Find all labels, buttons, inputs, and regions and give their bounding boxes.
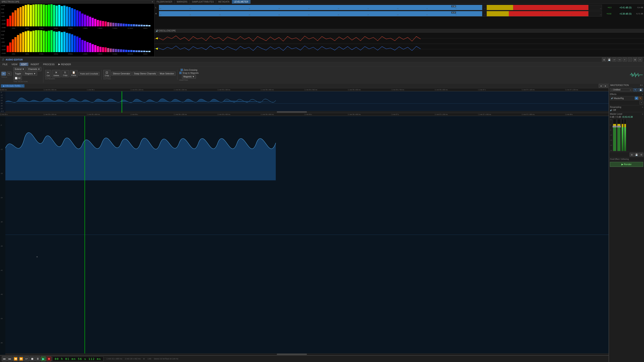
copy-btn[interactable]: ⎘ Copy xyxy=(61,70,69,77)
preset-selector[interactable]: ◁ Untitled ▷ xyxy=(610,88,633,92)
zoom-out-icon[interactable]: - xyxy=(628,58,632,61)
svg-rect-71 xyxy=(45,31,48,52)
magnets-btn[interactable]: Magnets▼ xyxy=(182,75,196,79)
menu-file[interactable]: FILE xyxy=(1,63,9,66)
regions-btn[interactable]: Regions▼ xyxy=(24,72,37,76)
svg-rect-77 xyxy=(61,32,63,52)
transport-record[interactable]: ⏺ xyxy=(46,356,52,361)
svg-rect-83 xyxy=(76,36,78,52)
l-label: L xyxy=(155,6,158,8)
svg-rect-67 xyxy=(35,30,37,52)
transport-play[interactable]: ▶ xyxy=(41,356,46,361)
master-close[interactable]: × xyxy=(642,84,643,86)
transport-start[interactable]: ⏮ xyxy=(2,356,7,361)
add-effect-btn[interactable]: + xyxy=(640,101,643,104)
delete-btn[interactable]: ✕ Delete xyxy=(52,70,60,77)
svg-rect-100 xyxy=(120,49,122,52)
tab-levelmeter[interactable]: LEVELMETER xyxy=(232,0,251,4)
oscilloscope-svg xyxy=(154,32,644,55)
tool-edit-btn[interactable]: ✏ xyxy=(1,72,6,76)
menu-insert[interactable]: INSERT xyxy=(29,63,41,66)
swap-stereo-btn[interactable]: Swap Stereo Channels xyxy=(132,72,157,76)
menu-process[interactable]: PROCESS xyxy=(42,63,56,66)
fader-handle-r[interactable] xyxy=(617,126,621,127)
fader-l[interactable] xyxy=(613,119,616,151)
master-icon2[interactable]: 💾 xyxy=(634,153,639,157)
save-icon[interactable]: 💾 xyxy=(607,58,612,61)
mute-sel-btn[interactable]: Mute Selection xyxy=(158,72,176,76)
menu-edit[interactable]: EDIT xyxy=(20,63,28,66)
tools-label: TOOLS xyxy=(1,76,7,78)
paste-crossfade-btn[interactable]: Paste and Crossfade xyxy=(78,72,100,76)
waveform-svg-1 xyxy=(5,91,608,113)
all-btn[interactable]: ⬜ All xyxy=(13,76,22,80)
waveform-svg-2 xyxy=(5,116,608,354)
scrollbar-track2[interactable] xyxy=(5,354,608,355)
playhead-2 xyxy=(84,116,85,354)
menu-view[interactable]: VIEW xyxy=(10,63,19,66)
zero-crossing-cb[interactable]: ✓ Zero-Crossing xyxy=(180,69,197,71)
scrollbar-thumb-1[interactable] xyxy=(277,111,307,113)
svg-rect-96 xyxy=(110,48,112,52)
effect-on-btn[interactable]: ◉ xyxy=(635,97,638,100)
spectroscope-title-label: SPECTROSCOPE xyxy=(2,1,19,3)
scrollbar-track1[interactable] xyxy=(5,111,608,113)
scrollbar-thumb-2[interactable] xyxy=(277,354,307,355)
svg-rect-68 xyxy=(38,30,40,52)
paste-btn[interactable]: 📋 Paste xyxy=(70,70,78,77)
svg-rect-48 xyxy=(130,24,132,26)
transport-rewind[interactable]: ⏪ xyxy=(13,356,18,361)
crop-btn[interactable]: ⊡ Crop xyxy=(103,70,110,77)
snap-magnets-cb[interactable]: ✓ Snap to Magnets xyxy=(179,72,199,74)
svg-rect-34 xyxy=(94,19,96,26)
effect-edit-btn[interactable]: ✎ xyxy=(639,97,642,100)
preset-save-btn[interactable]: 💾 xyxy=(638,88,643,92)
extend-btn[interactable]: Extend▼ xyxy=(13,67,26,71)
svg-rect-52 xyxy=(140,25,143,26)
spectroscope-close[interactable]: × xyxy=(152,1,153,3)
tab-metadata[interactable]: METADATA xyxy=(216,0,232,4)
cut-btn[interactable]: ✂ Cut xyxy=(45,70,51,77)
spec-db-labels-top: 12dB 6dB 0dB -6dB -12dB -18dB -24dB xyxy=(1,4,6,29)
svg-rect-78 xyxy=(63,32,66,52)
fader-handle-l[interactable] xyxy=(613,126,616,127)
svg-rect-69 xyxy=(40,30,42,52)
fader-r[interactable] xyxy=(617,119,620,151)
svg-rect-28 xyxy=(79,11,81,26)
channels-btn[interactable]: Channels▼ xyxy=(26,67,42,71)
transport-loop[interactable]: ↩ xyxy=(24,356,29,361)
silence-gen-btn[interactable]: Silence Generator xyxy=(111,72,132,76)
svg-rect-45 xyxy=(122,23,125,26)
preset-edit-btn[interactable]: ✎ xyxy=(633,88,638,92)
svg-rect-94 xyxy=(104,47,107,52)
toggle-btn[interactable]: Toggle xyxy=(13,72,22,76)
snapping-group: ✓ Zero-Crossing ✓ Snap to Magnets Magnet… xyxy=(179,69,199,81)
tab-markers[interactable]: MARKERS xyxy=(175,0,190,4)
track-scroll-left[interactable]: ◄ xyxy=(599,84,603,88)
clipboard-group: ✂ Cut ✕ Delete ⎘ Copy xyxy=(45,70,102,80)
close-editor-icon[interactable]: × xyxy=(638,58,642,61)
undo-icon[interactable]: ↩ xyxy=(612,58,616,61)
svg-rect-117 xyxy=(5,91,608,113)
transport-pause[interactable]: ⏸ xyxy=(35,356,40,361)
new-window-icon[interactable]: ⊞ xyxy=(602,58,606,61)
tool-cursor-btn[interactable]: ↖ xyxy=(7,72,12,76)
svg-rect-105 xyxy=(133,50,135,52)
menu-render[interactable]: ▶RENDER xyxy=(57,62,72,66)
master-expand[interactable]: ≡ xyxy=(640,84,641,86)
zoom-in-icon[interactable]: + xyxy=(622,58,627,61)
tab-filebrowser[interactable]: FILEBROWSER xyxy=(154,0,175,4)
svg-rect-7 xyxy=(25,5,27,26)
render-button[interactable]: ▶ Render xyxy=(610,162,643,167)
transport-fast-forward[interactable]: ⏩ xyxy=(18,356,24,361)
master-icon1[interactable]: ⊞ xyxy=(630,153,634,157)
track-tab[interactable]: ◀ Infectado ReMix × xyxy=(1,84,24,87)
redo-icon[interactable]: ↪ xyxy=(618,58,622,61)
master-icon3[interactable]: ⚙ xyxy=(639,153,643,157)
transport-end[interactable]: ⏭ xyxy=(7,356,12,361)
tab-sampleattributes[interactable]: SAMPLEATTRIBUTES xyxy=(190,0,216,4)
svg-rect-12 xyxy=(38,4,40,26)
track-scroll-right[interactable]: ► xyxy=(604,84,608,88)
transport-stop[interactable]: ⏹ xyxy=(30,356,35,361)
settings-icon[interactable]: ⚙ xyxy=(633,58,637,61)
